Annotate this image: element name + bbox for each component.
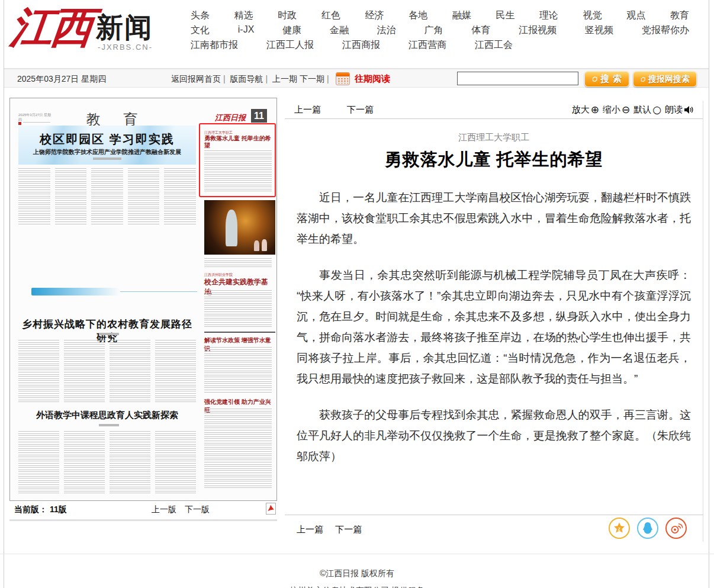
fake-text-column xyxy=(55,168,87,225)
nav-item-education[interactable]: 教育 xyxy=(670,9,689,24)
nav-item-wideangle[interactable]: 广角 xyxy=(424,24,443,39)
article-panel: 上一篇 下一篇 放大 ⊕ 缩小 ⊖ 默认 ○ 朗读 江西理工大学职工 勇救落水儿… xyxy=(285,101,703,542)
zoom-in-icon: ⊕ xyxy=(591,105,599,115)
back-to-home-link[interactable]: 返回报网首页 xyxy=(171,74,221,83)
next-article-link-bottom[interactable]: 下一篇 xyxy=(335,524,362,534)
prev-article-link-bottom[interactable]: 上一篇 xyxy=(297,524,323,534)
article-paragraph: 获救孩子的父母事后专程找到余其忠，紧握救命恩人的双手，再三言谢。这位平凡好人的非… xyxy=(297,404,691,467)
logo-suffix: 新闻 xyxy=(96,11,153,43)
nav-item-red[interactable]: 红色 xyxy=(321,9,340,24)
nav-item-vertical-video[interactable]: 竖视频 xyxy=(585,24,613,39)
newspaper-page-thumbnail[interactable]: 2025年3月27日 星期四 教 育 江西日报 11 校区即园区 学习即实践 上… xyxy=(9,98,277,501)
fake-text-columns xyxy=(18,168,196,225)
nav-item-workers-daily[interactable]: 江西工人报 xyxy=(266,39,314,54)
nav-item-opinion[interactable]: 观点 xyxy=(626,9,645,24)
nav-item-economy[interactable]: 经济 xyxy=(365,9,384,24)
nav-item-jiangnan-metro[interactable]: 江南都市报 xyxy=(191,39,238,54)
next-issue-link[interactable]: 下一期 xyxy=(300,74,324,83)
current-page-value: 11版 xyxy=(50,505,67,514)
separator: | xyxy=(327,74,329,83)
fake-text-column xyxy=(18,168,50,225)
nav-item-culture[interactable]: 文化 xyxy=(191,24,210,39)
fake-text-column xyxy=(155,431,196,495)
current-date: 2025年03月27日 星期四 xyxy=(17,74,106,85)
nav-item-party-help[interactable]: 党报帮你办 xyxy=(642,24,689,39)
site-search-button[interactable]: 搜报网搜索 xyxy=(633,71,697,87)
nav-item-media[interactable]: 融媒 xyxy=(452,9,471,24)
qq-share-icon[interactable] xyxy=(637,518,658,539)
weibo-share-icon[interactable] xyxy=(665,518,687,539)
fake-caption xyxy=(204,258,272,268)
nav-item-jx-business[interactable]: 江西营商 xyxy=(409,39,446,54)
next-page-link[interactable]: 下一版 xyxy=(185,505,210,514)
mini-divider xyxy=(204,332,275,333)
main-nav: 头条 精选 时政 红色 经济 各地 融媒 民生 理论 视觉 观点 教育 文化 i… xyxy=(191,9,689,54)
fake-text-column xyxy=(18,340,59,404)
reset-zoom-button[interactable]: 默认 ○ xyxy=(633,104,661,115)
article-body: 江西理工大学职工 勇救落水儿童 托举生的希望 近日，一名儿童在江西理工大学南昌校… xyxy=(285,132,703,467)
nav-item-finance[interactable]: 金融 xyxy=(330,24,349,39)
nav-item-visual[interactable]: 视觉 xyxy=(583,9,602,24)
search-button[interactable]: 搜 索 xyxy=(584,71,629,87)
nav-item-theory[interactable]: 理论 xyxy=(539,9,558,24)
nav-item-jx-union[interactable]: 江西工会 xyxy=(475,39,513,54)
photo-figure xyxy=(226,210,237,246)
site-search-button-label: 搜报网搜索 xyxy=(648,74,690,85)
prev-issue-link[interactable]: 上一期 xyxy=(272,74,297,83)
nav-item-featured[interactable]: 精选 xyxy=(234,9,253,24)
nav-item-livelihood[interactable]: 民生 xyxy=(496,9,514,24)
mini-subheadline-main: 上饶师范学院数字技术应用产业学院推进产教融合新发展 xyxy=(18,148,196,156)
mini-section-ribbon xyxy=(31,288,120,295)
fake-text-columns xyxy=(18,340,196,404)
qzone-share-icon[interactable]: Z xyxy=(609,518,630,539)
logo-domain: -JXRBS.CN- xyxy=(96,43,153,52)
mini-paper-name: 江西日报 xyxy=(215,113,246,123)
nav-item-politics[interactable]: 时政 xyxy=(278,9,297,24)
zoom-in-label: 放大 xyxy=(572,104,590,115)
search-input[interactable] xyxy=(457,72,578,85)
fake-text-column xyxy=(128,168,160,225)
pdf-icon[interactable] xyxy=(266,503,276,516)
nav-item-sports[interactable]: 体育 xyxy=(471,24,490,39)
nav-item-health[interactable]: 健康 xyxy=(282,24,301,39)
fake-text-column xyxy=(204,347,272,393)
calendar-icon[interactable] xyxy=(336,72,350,85)
logo-calligraphy: 江西 xyxy=(8,2,94,52)
site-footer: ©江西日报 版权所有 杭州前方信息技术有限公司 提供服务 xyxy=(0,554,714,588)
fake-text-column xyxy=(91,168,123,225)
search-button-label: 搜 索 xyxy=(600,73,622,85)
zoom-in-button[interactable]: 放大 ⊕ xyxy=(572,104,599,115)
fake-text-columns xyxy=(18,431,196,495)
nav-item-ijx[interactable]: i-JX xyxy=(238,24,255,39)
svg-text:Z: Z xyxy=(618,527,621,531)
zoom-out-button[interactable]: 缩小 ⊖ xyxy=(603,104,630,115)
next-article-link[interactable]: 下一篇 xyxy=(347,104,374,115)
divider xyxy=(9,519,277,521)
fake-text-column xyxy=(18,431,59,495)
nav-item-law[interactable]: 法治 xyxy=(377,24,396,39)
page-nav-link[interactable]: 版面导航 xyxy=(230,74,263,83)
article-highlight-box[interactable] xyxy=(199,123,276,197)
nav-item-headlines[interactable]: 头条 xyxy=(191,9,210,24)
nav-item-jb-video[interactable]: 江报视频 xyxy=(519,24,557,39)
read-aloud-label: 朗读 xyxy=(665,104,683,115)
nav-item-regions[interactable]: 各地 xyxy=(409,9,427,24)
fake-text-column xyxy=(164,168,196,225)
article-paragraph: 事发当日，余其忠突然听到能源与机械工程学院辅导员丁凤在大声疾呼：“快来人呀，有小… xyxy=(297,265,691,389)
prev-page-link[interactable]: 上一版 xyxy=(152,505,176,514)
article-footer: 上一篇 下一篇 Z xyxy=(285,515,703,542)
fake-text-column xyxy=(64,340,105,404)
past-issues-link[interactable]: 往期阅读 xyxy=(355,73,390,85)
site-logo[interactable]: 江西 新闻 -JXRBS.CN- xyxy=(11,2,153,52)
read-aloud-button[interactable]: 朗读 xyxy=(665,104,693,115)
nav-item-business-daily[interactable]: 江西商报 xyxy=(342,39,380,54)
prev-article-link[interactable]: 上一篇 xyxy=(294,104,321,115)
mini-page-number: 11 xyxy=(251,109,267,123)
photo-figure xyxy=(262,239,267,251)
article-paragraph: 近日，一名儿童在江西理工大学南昌校区怡心湖旁玩耍，翻越栏杆时不慎跌落湖中，该校食… xyxy=(297,187,691,249)
copyright-text: ©江西日报 版权所有 xyxy=(0,568,714,579)
speaker-icon xyxy=(684,105,693,114)
separator: | xyxy=(266,74,268,83)
photo-figure xyxy=(254,240,259,251)
article-title: 勇救落水儿童 托举生的希望 xyxy=(297,148,691,172)
